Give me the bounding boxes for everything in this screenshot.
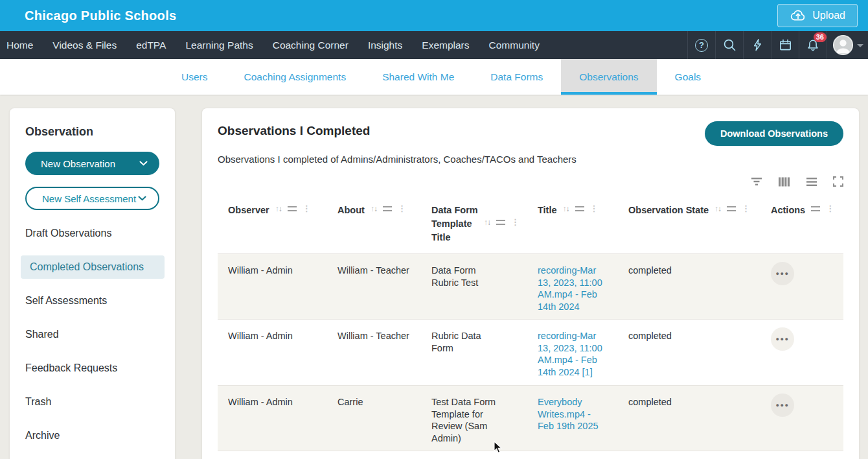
tab-shared-with-me[interactable]: Shared With Me [364,59,472,95]
column-header-about[interactable]: About ↑↓⋮ [327,196,421,253]
search-icon [722,38,737,53]
help-button[interactable]: ? [687,31,715,59]
new-self-assessment-button[interactable]: New Self Assessment [25,187,159,210]
calendar-button[interactable] [771,31,799,59]
sidebar-item-draft-observations[interactable]: Draft Observations [25,217,159,250]
chevron-down-icon [138,196,146,201]
page-subtitle: Observations I completed of Admins/Admin… [218,154,843,165]
filter-rows-icon[interactable] [727,206,736,211]
filter-rows-icon[interactable] [811,206,820,211]
column-menu-icon[interactable]: ⋮ [742,204,750,213]
calendar-icon [778,38,793,53]
tab-observations[interactable]: Observations [561,59,656,95]
filter-rows-icon[interactable] [383,206,392,211]
download-observations-button[interactable]: Download Observations [705,121,843,146]
sort-icon[interactable]: ↑↓ [275,205,282,213]
sidebar-list: Draft Observations Completed Observation… [25,217,159,453]
nav-item-learning-paths[interactable]: Learning Paths [185,40,253,51]
observer-cell: William - Admin [218,254,327,319]
fullscreen-icon [833,176,843,187]
sidebar-item-shared[interactable]: Shared [25,318,159,351]
upload-button[interactable]: Upload [777,4,858,27]
column-menu-icon[interactable]: ⋮ [511,218,520,226]
nav-item-exemplars[interactable]: Exemplars [422,40,469,51]
tab-users[interactable]: Users [163,59,225,95]
column-header-title[interactable]: Title ↑↓⋮ [527,196,618,253]
column-header-data-form-template-title[interactable]: Data Form Template Title ↑↓⋮ [421,196,527,253]
nav-icon-group: ? 36 [687,31,868,59]
chevron-down-icon [857,44,863,47]
title-link[interactable]: recording-Mar 13, 2023, 11:00 AM.mp4 - F… [527,254,610,319]
nav-links: Home Videos & Files edTPA Learning Paths… [0,31,540,59]
sort-icon[interactable]: ↑↓ [563,205,569,213]
filter-rows-icon[interactable] [496,220,505,225]
table-row: William - Admin William - Teacher Rubric… [218,320,843,386]
sort-icon[interactable]: ↑↓ [714,205,721,213]
sidebar-item-self-assessments[interactable]: Self Assessments [25,284,159,318]
ellipsis-icon: ●●● [776,402,790,408]
tab-label: Data Forms [490,71,543,83]
column-header-observer[interactable]: Observer ↑↓⋮ [218,196,327,253]
notification-count-badge: 36 [814,32,827,42]
sidebar-item-archive[interactable]: Archive [25,419,159,453]
column-label: Observation State [628,204,709,217]
new-observation-label: New Observation [41,158,115,169]
fullscreen-button[interactable] [833,176,843,187]
tab-coaching-assignments[interactable]: Coaching Assignments [225,59,364,95]
cloud-upload-icon [790,9,806,22]
tab-label: Goals [675,71,702,83]
observation-state-cell: completed [618,254,760,319]
sort-icon[interactable]: ↑↓ [484,218,490,226]
about-cell: Carrie [327,386,421,451]
column-header-observation-state[interactable]: Observation State ↑↓⋮ [618,196,760,253]
user-menu[interactable] [827,31,868,59]
nav-item-edtpa[interactable]: edTPA [136,40,166,51]
row-actions-button[interactable]: ●●● [771,262,794,285]
new-observation-button[interactable]: New Observation [25,152,159,175]
filter-button[interactable] [751,177,762,186]
column-menu-icon[interactable]: ⋮ [826,204,834,213]
sidebar-item-completed-observations[interactable]: Completed Observations [21,255,165,279]
new-self-assessment-label: New Self Assessment [42,193,136,204]
title-link[interactable]: recording-Mar 13, 2023, 11:00 AM.mp4 - F… [527,320,610,385]
observer-cell: William - Admin [218,386,327,451]
observation-state-cell: completed [618,320,760,385]
nav-item-home[interactable]: Home [6,40,33,51]
top-app-bar: Chicago Public Schools Upload [0,0,868,31]
notifications-button[interactable]: 36 [799,31,827,59]
filter-rows-icon[interactable] [288,206,297,211]
row-density-button[interactable] [806,177,817,187]
tab-label: Observations [579,71,638,83]
sidebar-item-trash[interactable]: Trash [25,385,159,419]
about-cell: William - Teacher [327,254,421,319]
nav-item-insights[interactable]: Insights [368,40,402,51]
nav-item-videos-files[interactable]: Videos & Files [52,40,117,51]
columns-icon [778,177,790,187]
upload-label: Upload [812,10,845,21]
nav-item-community[interactable]: Community [489,40,540,51]
tab-label: Shared With Me [382,71,454,83]
column-menu-icon[interactable]: ⋮ [398,204,406,213]
column-menu-icon[interactable]: ⋮ [590,204,599,213]
row-actions-button[interactable]: ●●● [771,327,794,351]
table-header-row: Observer ↑↓⋮ About ↑↓⋮ Data Form Templat… [218,196,843,254]
column-menu-icon[interactable]: ⋮ [303,204,311,213]
tab-goals[interactable]: Goals [657,59,720,95]
data-form-template-title-cell: Data Form Rubric Test [421,254,512,319]
ellipsis-icon: ●●● [776,336,790,342]
filter-rows-icon[interactable] [575,206,584,211]
column-header-actions[interactable]: Actions ⋮ [760,196,843,253]
row-actions-button[interactable]: ●●● [771,394,794,417]
sidebar-item-feedback-requests[interactable]: Feedback Requests [25,351,159,385]
nav-item-coaching-corner[interactable]: Coaching Corner [273,40,348,51]
help-icon: ? [695,39,708,52]
table-toolbar [218,174,843,189]
search-button[interactable] [715,31,743,59]
sort-icon[interactable]: ↑↓ [371,205,377,213]
sidebar-title: Observation [25,125,159,139]
column-label: Observer [228,204,269,217]
title-link[interactable]: Everybody Writes.mp4 - Feb 19th 2025 [527,386,610,451]
tab-data-forms[interactable]: Data Forms [472,59,561,95]
quick-actions-button[interactable] [743,31,771,59]
columns-button[interactable] [778,177,790,187]
